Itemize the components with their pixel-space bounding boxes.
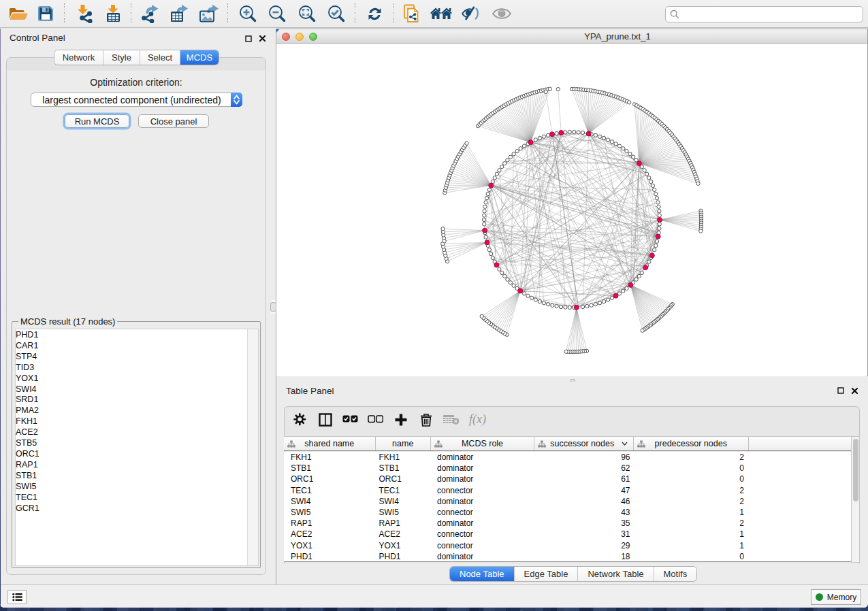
- show-column-selector-button[interactable]: [312, 408, 338, 431]
- import-table-button[interactable]: [99, 2, 127, 25]
- cell-successor-nodes: 43: [534, 508, 634, 517]
- show-selected-button[interactable]: [487, 2, 516, 25]
- close-panel-icon[interactable]: [259, 35, 266, 42]
- float-panel-icon[interactable]: [245, 35, 252, 42]
- export-network-icon: [140, 4, 159, 23]
- table-row[interactable]: SWI4SWI4dominator462: [284, 496, 851, 507]
- mcds-result-item[interactable]: ORC1: [16, 449, 258, 460]
- table-row[interactable]: TEC1TEC1connector472: [284, 485, 851, 496]
- cell-predecessor-nodes: 2: [634, 486, 750, 495]
- tab-node-table[interactable]: Node Table: [450, 567, 515, 581]
- table-row[interactable]: ORC1ORC1dominator610: [284, 474, 851, 484]
- mcds-result-item[interactable]: PMA2: [16, 406, 258, 416]
- zoom-selected-icon: [327, 4, 346, 23]
- mcds-result-item[interactable]: CAR1: [16, 341, 258, 352]
- mcds-result-item[interactable]: SWI5: [16, 482, 258, 493]
- function-builder-button[interactable]: f(x): [469, 412, 486, 427]
- export-table-button[interactable]: [164, 2, 193, 25]
- mcds-result-list[interactable]: PHD1CAR1STP4TID3YOX1SWI4SRD1PMA2FKH1ACE2…: [15, 329, 259, 566]
- table-row[interactable]: PHD1PHD1dominator180: [284, 551, 851, 562]
- column-type-icon: [538, 440, 546, 448]
- table-row[interactable]: STB1STB1dominator620: [284, 463, 851, 474]
- close-panel-icon[interactable]: [851, 387, 858, 395]
- network-list-mode-button[interactable]: [7, 590, 27, 604]
- column-header-name[interactable]: name: [376, 437, 432, 450]
- zoom-in-button[interactable]: [234, 2, 262, 25]
- float-panel-icon[interactable]: [837, 387, 844, 394]
- apply-layout-button[interactable]: [360, 2, 389, 25]
- delete-table-button[interactable]: [438, 408, 464, 431]
- column-header-label: name: [392, 439, 413, 448]
- search-input[interactable]: [679, 10, 850, 19]
- memory-button[interactable]: Memory: [811, 589, 861, 605]
- tab-network-table[interactable]: Network Table: [578, 567, 654, 581]
- cell-name: TEC1: [376, 486, 432, 495]
- mcds-result-item[interactable]: FKH1: [16, 416, 258, 427]
- mcds-result-item[interactable]: STP4: [16, 352, 258, 363]
- import-network-icon: [76, 4, 94, 23]
- cell-mcds-role: connector: [431, 541, 534, 550]
- zoom-fit-button[interactable]: [293, 2, 321, 25]
- table-settings-button[interactable]: [287, 408, 312, 431]
- tab-style[interactable]: Style: [103, 50, 140, 65]
- network-canvas[interactable]: [276, 44, 867, 376]
- tab-network[interactable]: Network: [54, 50, 103, 65]
- table-row[interactable]: SWI5SWI5connector431: [284, 507, 851, 518]
- mcds-result-scrollbar[interactable]: [247, 329, 258, 565]
- mcds-result-group-title: MCDS result (17 nodes): [18, 316, 117, 327]
- table-scrollbar[interactable]: [851, 436, 860, 563]
- mcds-result-item[interactable]: PHD1: [16, 330, 258, 341]
- show-all-networks-button[interactable]: [427, 2, 455, 25]
- tab-motifs[interactable]: Motifs: [654, 567, 697, 581]
- mcds-result-item[interactable]: SRD1: [16, 395, 258, 406]
- column-header-predecessor-nodes[interactable]: predecessor nodes: [634, 437, 750, 450]
- mcds-result-item[interactable]: SWI4: [16, 384, 258, 395]
- unselect-all-columns-button[interactable]: [363, 408, 388, 431]
- save-session-button[interactable]: [31, 2, 60, 25]
- export-image-button[interactable]: [194, 2, 223, 25]
- cell-successor-nodes: 35: [534, 518, 634, 528]
- column-header-successor-nodes[interactable]: successor nodes: [534, 437, 634, 450]
- export-network-button[interactable]: [135, 2, 163, 25]
- open-file-button[interactable]: [4, 2, 33, 25]
- gear-icon: [293, 413, 306, 426]
- zoom-selected-button[interactable]: [322, 2, 351, 25]
- run-mcds-button[interactable]: Run MCDS: [65, 114, 129, 128]
- mcds-result-item[interactable]: STB1: [16, 471, 258, 482]
- tab-edge-table[interactable]: Edge Table: [515, 567, 579, 581]
- eye-slash-icon: [461, 5, 481, 22]
- new-network-from-selection-button[interactable]: [398, 2, 426, 25]
- tab-mcds[interactable]: MCDS: [180, 50, 219, 65]
- table-row[interactable]: RAP1RAP1dominator352: [284, 518, 851, 529]
- table-row[interactable]: YOX1YOX1connector291: [284, 540, 851, 551]
- create-column-button[interactable]: [388, 408, 413, 431]
- mcds-result-item[interactable]: STB5: [16, 438, 258, 449]
- cell-successor-nodes: 46: [534, 497, 634, 506]
- hide-selected-button[interactable]: [457, 2, 485, 25]
- mcds-result-item[interactable]: GCR1: [16, 503, 258, 514]
- checked-boxes-icon: [342, 415, 358, 424]
- cell-mcds-role: dominator: [431, 552, 534, 561]
- mcds-result-item[interactable]: ACE2: [16, 427, 258, 438]
- column-header-MCDS-role[interactable]: MCDS role: [431, 437, 534, 450]
- mcds-result-item[interactable]: TID3: [16, 363, 258, 374]
- delete-column-button[interactable]: [413, 408, 438, 431]
- mcds-result-item[interactable]: YOX1: [16, 374, 258, 384]
- mcds-result-item[interactable]: RAP1: [16, 460, 258, 471]
- tab-select[interactable]: Select: [140, 50, 180, 65]
- select-all-columns-button[interactable]: [338, 408, 363, 431]
- mcds-result-item[interactable]: TEC1: [16, 493, 258, 503]
- horizontal-split-divider[interactable]: [276, 376, 868, 382]
- column-header-shared-name[interactable]: shared name: [284, 437, 376, 450]
- criterion-select[interactable]: largest connected component (undirected): [31, 93, 242, 107]
- table-scrollbar-thumb[interactable]: [853, 439, 858, 501]
- divider-grip-icon[interactable]: [270, 302, 276, 312]
- table-row[interactable]: FKH1FKH1dominator962: [284, 452, 851, 463]
- table-row[interactable]: ACE2ACE2connector311: [284, 529, 851, 540]
- search-box[interactable]: [665, 6, 863, 22]
- network-frame-titlebar[interactable]: YPA_prune.txt_1: [276, 29, 867, 44]
- import-network-button[interactable]: [70, 2, 99, 25]
- cell-shared-name: SWI5: [284, 508, 376, 517]
- close-panel-button[interactable]: Close panel: [138, 114, 209, 128]
- zoom-out-button[interactable]: [263, 2, 291, 25]
